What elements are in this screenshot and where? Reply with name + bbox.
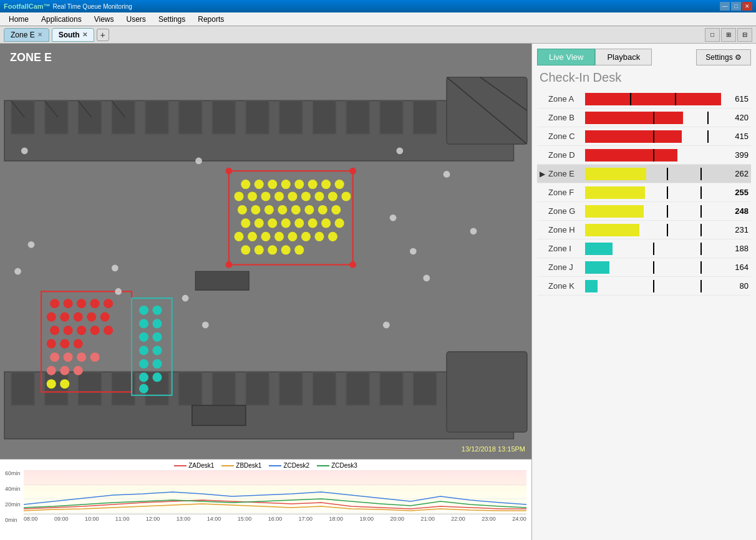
svg-point-100 <box>60 312 69 322</box>
zone-bar-1 <box>585 112 683 124</box>
zone-tick-4-0 <box>667 168 668 180</box>
zone-row-zone-i[interactable]: Zone I188 <box>537 239 751 258</box>
zone-arrow-4: ▶ <box>540 170 548 178</box>
right-panel-header: Live View Playback Settings ⚙ <box>532 44 756 68</box>
maximize-button[interactable]: □ <box>731 2 741 11</box>
svg-rect-5 <box>112 100 135 134</box>
zone-row-zone-j[interactable]: Zone J164 <box>537 258 751 277</box>
zone-bar-10 <box>585 280 598 292</box>
legend-color-zbdesk1 <box>221 465 234 466</box>
svg-point-127 <box>152 332 162 342</box>
svg-point-118 <box>74 366 83 375</box>
zone-count-0: 615 <box>724 94 749 104</box>
svg-rect-3 <box>45 100 69 134</box>
legend-label-zcdesk2: ZCDesk2 <box>283 462 309 469</box>
zone-row-zone-f[interactable]: Zone F255 <box>537 183 751 202</box>
zone-bar-8 <box>585 243 613 255</box>
view-single-button[interactable]: □ <box>705 28 720 42</box>
svg-point-139 <box>443 171 450 178</box>
svg-rect-10 <box>279 100 303 134</box>
x-label-1000: 10:00 <box>85 516 99 522</box>
zone-bar-container-0 <box>585 93 721 105</box>
zone-count-1: 420 <box>724 113 749 122</box>
zone-row-zone-d[interactable]: Zone D399 <box>537 146 751 165</box>
menu-item-users[interactable]: Users <box>120 14 152 25</box>
zone-row-zone-k[interactable]: Zone K80 <box>537 277 751 296</box>
close-button[interactable]: ✕ <box>742 2 752 11</box>
svg-rect-30 <box>178 372 202 405</box>
svg-point-99 <box>47 312 56 322</box>
zone-row-zone-e[interactable]: ▶Zone E262 <box>537 165 751 183</box>
tab-south-label: South <box>59 31 80 39</box>
zone-label: ZONE E <box>10 51 52 64</box>
zone-name-5: Zone F <box>548 188 583 197</box>
menu-item-reports[interactable]: Reports <box>191 14 230 25</box>
zone-row-zone-b[interactable]: Zone B420 <box>537 108 751 127</box>
titlebar-controls[interactable]: — □ ✕ <box>720 2 752 11</box>
app-logo: FootfallCam™ <box>4 2 51 10</box>
view-quad-button[interactable]: ⊞ <box>721 28 736 42</box>
zone-count-4: 262 <box>724 169 749 178</box>
zone-name-7: Zone H <box>548 225 583 234</box>
zone-bar-2 <box>585 130 682 143</box>
svg-point-71 <box>331 205 341 215</box>
zone-count-6: 248 <box>724 206 749 216</box>
view-buttons: □ ⊞ ⊟ <box>705 28 752 42</box>
tab-zone-e-close[interactable]: ✕ <box>37 31 42 38</box>
zone-tick-6-0 <box>667 205 668 218</box>
svg-point-78 <box>321 218 331 228</box>
svg-point-47 <box>241 180 250 189</box>
svg-point-64 <box>238 205 247 215</box>
menu-item-views[interactable]: Views <box>88 14 120 25</box>
live-view-button[interactable]: Live View <box>537 49 595 65</box>
menu-item-settings[interactable]: Settings <box>152 14 191 25</box>
x-label-0900: 09:00 <box>54 516 69 522</box>
svg-point-81 <box>248 232 257 241</box>
svg-rect-9 <box>246 100 269 134</box>
zone-tick-2-1 <box>707 130 709 143</box>
svg-point-97 <box>90 299 100 308</box>
svg-point-146 <box>14 268 21 275</box>
tab-south[interactable]: South ✕ <box>52 28 94 42</box>
tab-zone-e-label: Zone E <box>11 31 35 39</box>
svg-point-116 <box>47 366 56 375</box>
svg-point-43 <box>226 168 233 175</box>
zone-row-zone-g[interactable]: Zone G248 <box>537 202 751 221</box>
svg-rect-34 <box>313 372 336 405</box>
tab-south-close[interactable]: ✕ <box>82 31 87 38</box>
zone-bar-container-4 <box>585 168 721 180</box>
svg-point-76 <box>294 218 304 228</box>
menu-item-home[interactable]: Home <box>2 14 35 25</box>
x-label-2000: 20:00 <box>390 516 404 522</box>
x-label-1100: 11:00 <box>115 516 130 522</box>
minimize-button[interactable]: — <box>720 2 730 11</box>
svg-point-134 <box>139 384 148 393</box>
svg-point-87 <box>328 232 337 241</box>
zone-count-5: 255 <box>724 188 749 197</box>
view-multi-button[interactable]: ⊟ <box>737 28 752 42</box>
zone-row-zone-a[interactable]: Zone A615 <box>537 90 751 108</box>
playback-button[interactable]: Playback <box>595 49 652 65</box>
add-tab-button[interactable]: + <box>97 29 109 41</box>
svg-point-130 <box>139 359 148 369</box>
zone-bar-6 <box>585 205 644 218</box>
settings-button[interactable]: Settings ⚙ <box>696 49 751 65</box>
zone-row-zone-c[interactable]: Zone C415 <box>537 127 751 146</box>
svg-point-50 <box>281 180 291 189</box>
zone-bar-container-8 <box>585 243 721 255</box>
zone-row-zone-h[interactable]: Zone H231 <box>537 221 751 239</box>
menu-item-applications[interactable]: Applications <box>35 14 88 25</box>
svg-point-86 <box>314 232 324 241</box>
zone-name-6: Zone G <box>548 206 583 216</box>
zone-tick-6-1 <box>700 205 702 218</box>
zone-tick-3-0 <box>653 149 654 162</box>
svg-point-109 <box>47 339 56 349</box>
svg-point-92 <box>294 245 304 254</box>
svg-point-46 <box>349 261 356 268</box>
svg-rect-135 <box>195 271 249 290</box>
svg-rect-33 <box>279 372 303 405</box>
svg-point-103 <box>100 312 110 322</box>
tab-zone-e[interactable]: Zone E ✕ <box>4 28 49 42</box>
svg-rect-25 <box>11 372 35 405</box>
svg-point-124 <box>139 319 148 328</box>
